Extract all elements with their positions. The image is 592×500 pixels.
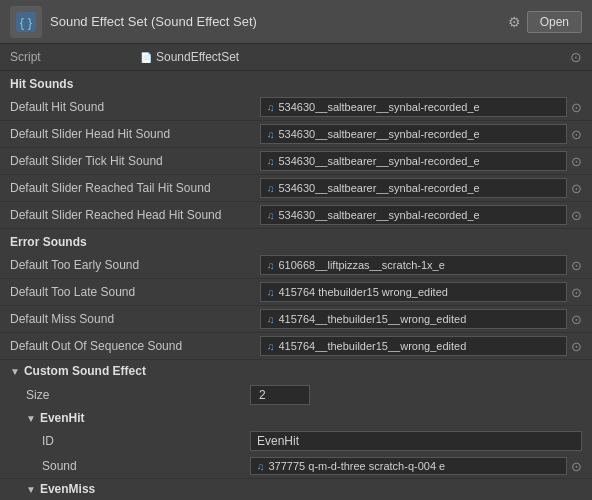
default-slider-head-hit-sound-label: Default Slider Head Hit Sound <box>10 127 260 141</box>
even-hit-section[interactable]: ▼ EvenHit <box>0 408 592 428</box>
even-miss-arrow-icon: ▼ <box>26 484 36 495</box>
default-miss-sound-row: Default Miss Sound ♫ 415764__thebuilder1… <box>0 306 592 333</box>
script-row: Script 📄 SoundEffectSet ⊙ <box>0 44 592 71</box>
size-label: Size <box>26 388 250 402</box>
even-miss-section[interactable]: ▼ EvenMiss <box>0 479 592 497</box>
default-hit-sound-row: Default Hit Sound ♫ 534630__saltbearer__… <box>0 94 592 121</box>
default-too-early-sound-value[interactable]: ♫ 610668__liftpizzas__scratch-1x_e <box>260 255 567 275</box>
default-slider-head-hit-sound-value[interactable]: ♫ 534630__saltbearer__synbal-recorded_e <box>260 124 567 144</box>
music-note-icon: ♫ <box>267 129 275 140</box>
sound-text: 610668__liftpizzas__scratch-1x_e <box>279 259 445 271</box>
sound-text: 534630__saltbearer__synbal-recorded_e <box>279 209 480 221</box>
window-title: Sound Effect Set (Sound Effect Set) <box>50 14 500 29</box>
even-hit-id-value: EvenHit <box>250 431 582 451</box>
sound-text: 415764__thebuilder15__wrong_edited <box>279 313 467 325</box>
size-value: 2 <box>250 385 310 405</box>
open-button[interactable]: Open <box>527 11 582 33</box>
row-circle-icon[interactable]: ⊙ <box>571 127 582 142</box>
header-icon: { } <box>10 6 42 38</box>
collapse-arrow-icon: ▼ <box>10 366 20 377</box>
default-too-early-sound-label: Default Too Early Sound <box>10 258 260 272</box>
default-slider-reached-tail-row: Default Slider Reached Tail Hit Sound ♫ … <box>0 175 592 202</box>
sound-text: 415764 thebuilder15 wrong_edited <box>279 286 448 298</box>
default-slider-reached-head-label: Default Slider Reached Head Hit Sound <box>10 208 260 222</box>
music-note-icon: ♫ <box>267 102 275 113</box>
default-hit-sound-value[interactable]: ♫ 534630__saltbearer__synbal-recorded_e <box>260 97 567 117</box>
default-slider-reached-head-value[interactable]: ♫ 534630__saltbearer__synbal-recorded_e <box>260 205 567 225</box>
row-circle-icon[interactable]: ⊙ <box>571 181 582 196</box>
music-note-icon: ♫ <box>267 210 275 221</box>
row-circle-icon[interactable]: ⊙ <box>571 154 582 169</box>
music-note-icon: ♫ <box>257 461 265 472</box>
even-hit-sound-value[interactable]: ♫ 377775 q-m-d-three scratch-q-004 e <box>250 457 567 475</box>
default-hit-sound-label: Default Hit Sound <box>10 100 260 114</box>
sound-text: 534630__saltbearer__synbal-recorded_e <box>279 182 480 194</box>
music-note-icon: ♫ <box>267 287 275 298</box>
script-label: Script <box>10 50 140 64</box>
row-circle-icon[interactable]: ⊙ <box>571 208 582 223</box>
document-icon: 📄 <box>140 52 152 63</box>
music-note-icon: ♫ <box>267 260 275 271</box>
sound-text: 534630__saltbearer__synbal-recorded_e <box>279 155 480 167</box>
script-name: SoundEffectSet <box>156 50 239 64</box>
default-slider-tick-hit-sound-value[interactable]: ♫ 534630__saltbearer__synbal-recorded_e <box>260 151 567 171</box>
row-circle-icon[interactable]: ⊙ <box>571 258 582 273</box>
default-slider-reached-tail-value[interactable]: ♫ 534630__saltbearer__synbal-recorded_e <box>260 178 567 198</box>
music-note-icon: ♫ <box>267 314 275 325</box>
even-miss-label: EvenMiss <box>40 482 95 496</box>
default-too-late-sound-row: Default Too Late Sound ♫ 415764 thebuild… <box>0 279 592 306</box>
script-value: 📄 SoundEffectSet <box>140 50 570 64</box>
svg-text:{ }: { } <box>20 15 33 30</box>
size-row: Size 2 <box>0 382 592 408</box>
default-too-late-sound-label: Default Too Late Sound <box>10 285 260 299</box>
row-circle-icon[interactable]: ⊙ <box>571 100 582 115</box>
default-slider-reached-tail-label: Default Slider Reached Tail Hit Sound <box>10 181 260 195</box>
even-hit-id-label: ID <box>42 434 250 448</box>
circle-icon[interactable]: ⊙ <box>570 49 582 65</box>
custom-sound-label: Custom Sound Effect <box>24 364 146 378</box>
default-miss-sound-label: Default Miss Sound <box>10 312 260 326</box>
music-note-icon: ♫ <box>267 341 275 352</box>
row-circle-icon[interactable]: ⊙ <box>571 312 582 327</box>
default-slider-head-hit-sound-row: Default Slider Head Hit Sound ♫ 534630__… <box>0 121 592 148</box>
default-out-of-sequence-sound-row: Default Out Of Sequence Sound ♫ 415764__… <box>0 333 592 360</box>
default-too-late-sound-value[interactable]: ♫ 415764 thebuilder15 wrong_edited <box>260 282 567 302</box>
music-note-icon: ♫ <box>267 156 275 167</box>
row-circle-icon[interactable]: ⊙ <box>571 459 582 474</box>
hit-sounds-header: Hit Sounds <box>0 71 592 94</box>
default-slider-tick-hit-sound-label: Default Slider Tick Hit Sound <box>10 154 260 168</box>
custom-sound-section-header[interactable]: ▼ Custom Sound Effect <box>0 360 592 382</box>
default-too-early-sound-row: Default Too Early Sound ♫ 610668__liftpi… <box>0 252 592 279</box>
row-circle-icon[interactable]: ⊙ <box>571 285 582 300</box>
header: { } Sound Effect Set (Sound Effect Set) … <box>0 0 592 44</box>
even-hit-sound-text: 377775 q-m-d-three scratch-q-004 e <box>269 460 446 472</box>
default-out-of-sequence-label: Default Out Of Sequence Sound <box>10 339 260 353</box>
row-circle-icon[interactable]: ⊙ <box>571 339 582 354</box>
default-slider-tick-hit-sound-row: Default Slider Tick Hit Sound ♫ 534630__… <box>0 148 592 175</box>
sound-text: 534630__saltbearer__synbal-recorded_e <box>279 128 480 140</box>
default-miss-sound-value[interactable]: ♫ 415764__thebuilder15__wrong_edited <box>260 309 567 329</box>
sound-text: 415764__thebuilder15__wrong_edited <box>279 340 467 352</box>
sound-text: 534630__saltbearer__synbal-recorded_e <box>279 101 480 113</box>
even-hit-arrow-icon: ▼ <box>26 413 36 424</box>
error-sounds-header: Error Sounds <box>0 229 592 252</box>
even-hit-sound-row: Sound ♫ 377775 q-m-d-three scratch-q-004… <box>0 454 592 479</box>
default-out-of-sequence-value[interactable]: ♫ 415764__thebuilder15__wrong_edited <box>260 336 567 356</box>
even-hit-label: EvenHit <box>40 411 85 425</box>
music-note-icon: ♫ <box>267 183 275 194</box>
main-content: Hit Sounds Default Hit Sound ♫ 534630__s… <box>0 71 592 497</box>
settings-icon[interactable]: ⚙ <box>508 14 521 30</box>
default-slider-reached-head-row: Default Slider Reached Head Hit Sound ♫ … <box>0 202 592 229</box>
even-hit-id-row: ID EvenHit <box>0 428 592 454</box>
even-hit-sound-label: Sound <box>42 459 250 473</box>
header-actions: ⚙ Open <box>508 11 582 33</box>
